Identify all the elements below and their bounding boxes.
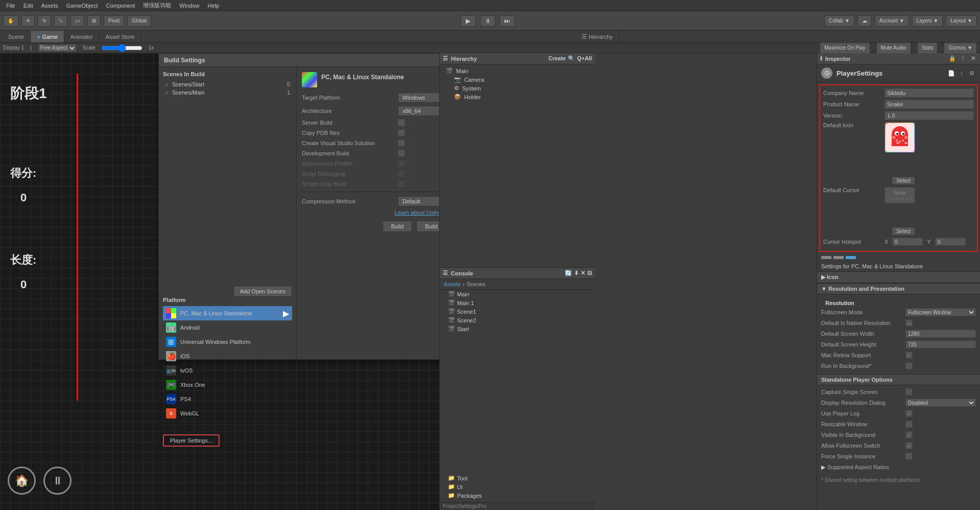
- screen-width-input[interactable]: [905, 330, 976, 338]
- scene-item-start[interactable]: ✓ Scenes/Start 0: [163, 80, 292, 88]
- native-res-checkbox[interactable]: —: [905, 319, 913, 327]
- scale-slider[interactable]: [102, 45, 142, 51]
- platform-uwp[interactable]: ⊞ Universal Windows Platform: [163, 335, 292, 349]
- company-name-input[interactable]: [885, 88, 974, 98]
- scene-item-main[interactable]: ✓ Scenes/Main 1: [163, 88, 292, 97]
- folder-scene2[interactable]: 🎬 Scene2: [440, 316, 595, 324]
- create-vs-checkbox[interactable]: [398, 140, 405, 147]
- use-player-log-checkbox[interactable]: ✓: [905, 410, 913, 417]
- stats-btn[interactable]: Stats: [917, 42, 938, 54]
- force-single-checkbox[interactable]: [905, 453, 913, 460]
- tab-hierarchy[interactable]: ☰ Hierarchy: [576, 31, 619, 42]
- build-btn[interactable]: Build: [383, 221, 412, 232]
- ps-icon-1[interactable]: 📄: [947, 69, 955, 77]
- cursor-select-btn[interactable]: Select: [892, 227, 915, 236]
- assets-label[interactable]: Assets: [444, 281, 461, 287]
- menu-gameobject[interactable]: GameObject: [62, 2, 102, 10]
- platform-ps4[interactable]: PS4 PS4: [163, 392, 292, 406]
- target-platform-select[interactable]: Windows: [398, 92, 439, 103]
- version-input[interactable]: [885, 111, 974, 120]
- hierarchy-all-label[interactable]: Q+All: [577, 55, 592, 62]
- ps-icon-2[interactable]: ↕: [958, 69, 966, 77]
- console-ctrl-3[interactable]: ✕: [581, 270, 585, 276]
- menu-enhanced[interactable]: 增强版功能: [139, 1, 175, 10]
- transform-tool[interactable]: ⊞: [87, 15, 101, 27]
- hierarchy-create-btn[interactable]: Create: [548, 55, 566, 62]
- menu-assets[interactable]: Assets: [37, 2, 62, 10]
- icon-section-header[interactable]: ▶ Icon: [817, 271, 980, 283]
- resolution-section-header[interactable]: ▼ Resolution and Presentation: [817, 283, 980, 294]
- menu-help[interactable]: Help: [203, 2, 223, 10]
- inspector-lock-icon[interactable]: 🔒: [948, 55, 957, 63]
- hotspot-x-input[interactable]: [892, 238, 923, 246]
- folder-tool[interactable]: 📁 Tool: [440, 474, 595, 482]
- capture-screen-checkbox[interactable]: [905, 388, 913, 396]
- platform-android[interactable]: 🤖 Android: [163, 320, 292, 335]
- move-tool[interactable]: ✛: [21, 15, 35, 27]
- global-btn[interactable]: Global: [127, 15, 151, 27]
- display-res-select[interactable]: Disabled: [905, 399, 976, 407]
- tab-animator[interactable]: Animator: [64, 31, 100, 42]
- architecture-select[interactable]: x86_64: [398, 106, 439, 116]
- run-background-checkbox[interactable]: [905, 362, 913, 369]
- tab-game[interactable]: ● Game: [31, 31, 64, 42]
- pause-button[interactable]: ⏸: [480, 15, 495, 27]
- compression-select[interactable]: Default: [398, 196, 439, 206]
- folder-start[interactable]: 🎬 Start: [440, 324, 595, 333]
- screen-height-input[interactable]: [905, 340, 976, 349]
- player-settings-btn[interactable]: Player Settings...: [163, 434, 220, 447]
- menu-edit[interactable]: Edit: [19, 2, 37, 10]
- platform-ios[interactable]: 🍎 iOS: [163, 349, 292, 363]
- ps-icon-3[interactable]: ⚙: [968, 69, 976, 77]
- hierarchy-item-camera[interactable]: 📷 Camera: [440, 75, 595, 84]
- folder-main[interactable]: 🎬 Main: [440, 290, 595, 298]
- menu-file[interactable]: File: [2, 2, 19, 10]
- hand-tool[interactable]: ✋: [3, 15, 18, 27]
- resizable-checkbox[interactable]: [905, 421, 913, 428]
- mac-retina-checkbox[interactable]: ✓: [905, 352, 913, 359]
- inspector-menu-icon[interactable]: ⋮: [959, 55, 967, 63]
- visible-background-checkbox[interactable]: ✓: [905, 431, 913, 438]
- layout-btn[interactable]: Layout ▼: [946, 15, 977, 27]
- mute-audio-btn[interactable]: Mute Audio: [876, 42, 911, 54]
- fullscreen-select[interactable]: Fullscreen Window: [905, 308, 976, 316]
- folder-scene1[interactable]: 🎬 Scene1: [440, 307, 595, 316]
- scale-tool[interactable]: ⤡: [54, 15, 67, 27]
- play-button[interactable]: ▶: [461, 15, 476, 27]
- rotate-tool[interactable]: ↻: [38, 15, 51, 27]
- folder-ui[interactable]: 📁 UI: [440, 482, 595, 491]
- hierarchy-item-main[interactable]: 🎬 Main: [440, 66, 595, 75]
- aspect-select[interactable]: Free Aspect: [38, 44, 77, 52]
- gizmos-btn[interactable]: Gizmos ▼: [944, 42, 977, 54]
- progress-seg-active[interactable]: [846, 256, 856, 259]
- pivot-btn[interactable]: Pivot: [104, 15, 124, 27]
- default-icon-select-btn[interactable]: Select: [892, 176, 915, 185]
- pause-game-button[interactable]: ⏸: [43, 467, 71, 495]
- console-ctrl-4[interactable]: ⊟: [587, 270, 592, 276]
- scenes-label[interactable]: Scenes: [467, 281, 486, 287]
- hotspot-y-input[interactable]: [935, 238, 966, 246]
- folder-main1[interactable]: 🎬 Main 1: [440, 298, 595, 307]
- folder-packages[interactable]: 📁 Packages: [440, 491, 595, 500]
- product-name-input[interactable]: [885, 100, 974, 109]
- platform-tvos[interactable]: 📺tv tvOS: [163, 363, 292, 378]
- add-open-scenes-btn[interactable]: Add Open Scenes: [233, 286, 292, 297]
- console-ctrl-2[interactable]: ⬇: [574, 270, 579, 276]
- dev-build-checkbox[interactable]: [398, 150, 405, 157]
- rect-tool[interactable]: ▭: [70, 15, 84, 27]
- cloud-btn[interactable]: ☁: [857, 15, 872, 27]
- menu-window[interactable]: Window: [175, 2, 203, 10]
- server-build-checkbox[interactable]: [398, 119, 405, 126]
- account-btn[interactable]: Account ▼: [875, 15, 909, 27]
- platform-xbox[interactable]: 🎮 Xbox One: [163, 378, 292, 392]
- hierarchy-item-system[interactable]: ⚙ System: [440, 84, 595, 92]
- build-and-run-btn[interactable]: Build And Run: [416, 221, 439, 232]
- platform-pc[interactable]: PC, Mac & Linux Standalone ▶: [163, 306, 292, 320]
- hierarchy-item-holder[interactable]: 📦 Holder: [440, 92, 595, 101]
- supported-ratios-row[interactable]: ▶ Supported Aspect Ratios: [821, 462, 976, 472]
- tab-scene[interactable]: Scene: [2, 31, 31, 42]
- maximize-play-btn[interactable]: Maximize On Play: [820, 42, 870, 54]
- console-ctrl-1[interactable]: 🔄: [565, 270, 572, 276]
- copy-pdb-checkbox[interactable]: [398, 129, 405, 136]
- menu-component[interactable]: Component: [102, 2, 139, 10]
